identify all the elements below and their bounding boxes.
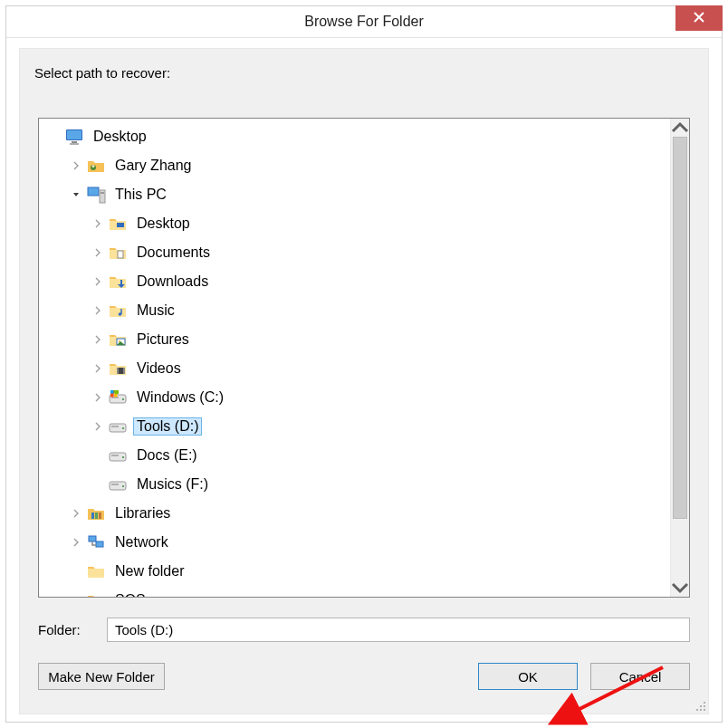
chevron-right-icon[interactable] bbox=[91, 391, 104, 404]
scroll-down-button[interactable] bbox=[671, 579, 689, 597]
tree-item[interactable]: Music bbox=[39, 296, 670, 325]
svg-point-2 bbox=[704, 705, 705, 707]
tree-item-label: Docs (E:) bbox=[133, 446, 201, 465]
tree-item[interactable]: Desktop bbox=[39, 209, 670, 238]
tree-item[interactable]: Pictures bbox=[39, 325, 670, 354]
resize-grip[interactable] bbox=[694, 699, 706, 712]
network-icon bbox=[86, 532, 106, 552]
dialog-body: Select path to recover: DesktopGary Zhan… bbox=[19, 48, 709, 714]
tree-item[interactable]: Documents bbox=[39, 238, 670, 267]
chevron-right-icon[interactable] bbox=[91, 275, 104, 288]
tree-item[interactable]: Windows (C:) bbox=[39, 383, 670, 412]
title-bar[interactable]: Browse For Folder bbox=[6, 6, 722, 38]
ok-button[interactable]: OK bbox=[478, 663, 578, 690]
folder-desktop-icon bbox=[108, 214, 128, 234]
folder-input[interactable] bbox=[107, 618, 690, 642]
drive-icon bbox=[108, 417, 128, 436]
tree-item-label: Videos bbox=[133, 359, 185, 378]
tree-item[interactable]: SOS bbox=[39, 586, 670, 597]
tree-item-label: Libraries bbox=[111, 504, 174, 522]
chevron-down-icon[interactable] bbox=[70, 188, 82, 201]
tree-item[interactable]: Gary Zhang bbox=[39, 151, 670, 180]
tree-item-label: Gary Zhang bbox=[111, 157, 195, 175]
button-row: Make New Folder OK Cancel bbox=[38, 663, 690, 692]
tree-item-label: Musics (F:) bbox=[133, 475, 212, 493]
resize-grip-icon bbox=[694, 699, 706, 712]
expander-spacer bbox=[70, 565, 82, 578]
chevron-right-icon[interactable] bbox=[70, 507, 82, 520]
folder-icon bbox=[86, 590, 106, 597]
svg-point-0 bbox=[704, 702, 705, 704]
tree-item[interactable]: Tools (D:) bbox=[39, 412, 670, 441]
chevron-right-icon[interactable] bbox=[91, 304, 104, 317]
user-folder-icon bbox=[86, 156, 106, 176]
scrollbar-thumb[interactable] bbox=[673, 137, 687, 519]
tree-item-label: This PC bbox=[111, 186, 170, 204]
chevron-right-icon[interactable] bbox=[91, 333, 104, 346]
svg-point-3 bbox=[696, 709, 698, 711]
monitor-icon bbox=[64, 127, 84, 147]
expander-spacer bbox=[70, 594, 82, 597]
chevron-right-icon[interactable] bbox=[91, 362, 104, 375]
scroll-down-icon bbox=[671, 579, 689, 597]
drive-icon bbox=[108, 445, 128, 465]
tree-item[interactable]: Videos bbox=[39, 354, 670, 383]
tree-item-label: Documents bbox=[133, 244, 214, 262]
scroll-up-button[interactable] bbox=[671, 119, 689, 137]
tree-item-label: Tools (D:) bbox=[133, 417, 202, 436]
folder-row: Folder: bbox=[38, 616, 690, 643]
tree-item-label: Desktop bbox=[133, 215, 194, 233]
tree-item-label: Windows (C:) bbox=[133, 388, 227, 407]
tree-item-label: New folder bbox=[111, 562, 187, 580]
expander-spacer bbox=[48, 130, 61, 143]
tree-item[interactable]: This PC bbox=[39, 180, 670, 209]
folder-tree-container: DesktopGary ZhangThis PCDesktopDocuments… bbox=[38, 118, 690, 598]
tree-item-label: Pictures bbox=[133, 330, 193, 349]
svg-point-1 bbox=[700, 705, 702, 707]
svg-point-4 bbox=[700, 709, 702, 711]
libraries-icon bbox=[86, 503, 106, 523]
make-new-folder-button[interactable]: Make New Folder bbox=[38, 663, 165, 690]
tree-item[interactable]: Musics (F:) bbox=[39, 470, 670, 499]
tree-item[interactable]: Network bbox=[39, 528, 670, 557]
tree-item-label: Downloads bbox=[133, 273, 212, 291]
pc-icon bbox=[86, 185, 106, 205]
folder-video-icon bbox=[108, 359, 128, 378]
instruction-text: Select path to recover: bbox=[34, 65, 170, 81]
expander-spacer bbox=[91, 449, 104, 462]
folder-down-icon bbox=[108, 272, 128, 292]
tree-item-label: SOS bbox=[111, 591, 149, 597]
folder-pics-icon bbox=[108, 330, 128, 350]
close-button[interactable] bbox=[675, 5, 723, 31]
chevron-right-icon[interactable] bbox=[91, 246, 104, 259]
svg-point-5 bbox=[704, 709, 705, 711]
browse-folder-dialog: Browse For Folder Select path to recover… bbox=[5, 5, 723, 723]
chevron-right-icon[interactable] bbox=[70, 159, 82, 172]
drive-win-icon bbox=[108, 388, 128, 407]
folder-music-icon bbox=[108, 301, 128, 321]
tree-item[interactable]: Desktop bbox=[39, 122, 670, 151]
tree-item[interactable]: Docs (E:) bbox=[39, 441, 670, 470]
tree-item-label: Music bbox=[133, 302, 178, 320]
tree-item-label: Network bbox=[111, 533, 172, 551]
chevron-right-icon[interactable] bbox=[70, 536, 82, 549]
close-icon bbox=[693, 11, 705, 26]
scroll-up-icon bbox=[671, 119, 689, 137]
tree-item[interactable]: Libraries bbox=[39, 499, 670, 528]
chevron-right-icon[interactable] bbox=[91, 420, 104, 433]
cancel-button[interactable]: Cancel bbox=[590, 663, 690, 690]
dialog-title: Browse For Folder bbox=[304, 14, 424, 30]
drive-icon bbox=[108, 474, 128, 494]
tree-item-label: Desktop bbox=[90, 128, 150, 146]
tree-item[interactable]: New folder bbox=[39, 557, 670, 586]
vertical-scrollbar[interactable] bbox=[670, 119, 689, 597]
chevron-right-icon[interactable] bbox=[91, 217, 104, 230]
tree-item[interactable]: Downloads bbox=[39, 267, 670, 296]
folder-icon bbox=[86, 561, 106, 581]
folder-tree[interactable]: DesktopGary ZhangThis PCDesktopDocuments… bbox=[39, 119, 670, 597]
folder-docs-icon bbox=[108, 243, 128, 263]
expander-spacer bbox=[91, 478, 104, 491]
folder-label: Folder: bbox=[38, 622, 107, 637]
